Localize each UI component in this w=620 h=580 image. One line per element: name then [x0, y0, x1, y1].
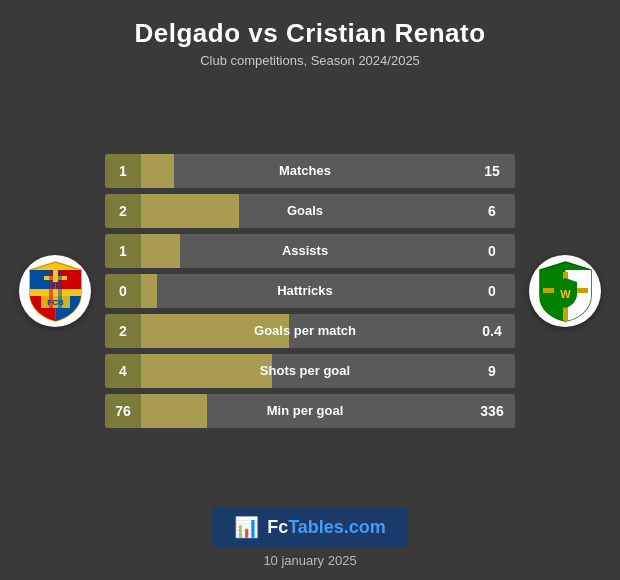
svg-text:W: W — [560, 288, 571, 300]
stat-label-min-per-goal: Min per goal — [141, 403, 469, 418]
page-title: Delgado vs Cristian Renato — [10, 18, 610, 49]
footer-date: 10 january 2025 — [263, 553, 356, 580]
stat-row-hattricks: 0 Hattricks 0 — [105, 274, 515, 308]
header: Delgado vs Cristian Renato Club competit… — [0, 0, 620, 76]
stat-bar-area-min-per-goal: Min per goal — [141, 394, 469, 428]
stat-row-assists: 1 Assists 0 — [105, 234, 515, 268]
stat-label-shots-per-goal: Shots per goal — [141, 363, 469, 378]
svg-rect-5 — [44, 276, 67, 280]
stat-label-matches: Matches — [141, 163, 469, 178]
stat-left-assists: 1 — [105, 234, 141, 268]
logo-right: W — [520, 255, 610, 327]
stat-right-hattricks: 0 — [469, 274, 515, 308]
stat-right-matches: 15 — [469, 154, 515, 188]
stat-left-min-per-goal: 76 — [105, 394, 141, 428]
stat-label-goals: Goals — [141, 203, 469, 218]
barcelona-logo: FCB — [19, 255, 91, 327]
main-section: FCB 1 Matches 15 2 Goals 6 1 — [0, 84, 620, 497]
stat-right-goals-per-match: 0.4 — [469, 314, 515, 348]
stats-container: 1 Matches 15 2 Goals 6 1 Assists 0 0 — [100, 154, 520, 428]
stat-bar-area-goals: Goals — [141, 194, 469, 228]
svg-rect-10 — [58, 270, 62, 320]
stat-right-assists: 0 — [469, 234, 515, 268]
stat-right-min-per-goal: 336 — [469, 394, 515, 428]
betis-logo: W — [529, 255, 601, 327]
logo-left: FCB — [10, 255, 100, 327]
stat-right-goals: 6 — [469, 194, 515, 228]
stat-left-goals: 2 — [105, 194, 141, 228]
stat-left-goals-per-match: 2 — [105, 314, 141, 348]
watermark-icon: 📊 — [234, 515, 259, 539]
watermark-area: 📊 FcTables.com — [0, 497, 620, 553]
stat-bar-area-goals-per-match: Goals per match — [141, 314, 469, 348]
stat-bar-area-shots-per-goal: Shots per goal — [141, 354, 469, 388]
svg-rect-8 — [30, 289, 81, 296]
stat-row-min-per-goal: 76 Min per goal 336 — [105, 394, 515, 428]
stat-label-assists: Assists — [141, 243, 469, 258]
subtitle: Club competitions, Season 2024/2025 — [10, 53, 610, 68]
stat-right-shots-per-goal: 9 — [469, 354, 515, 388]
stat-row-goals-per-match: 2 Goals per match 0.4 — [105, 314, 515, 348]
watermark-text: FcTables.com — [267, 517, 386, 538]
stat-row-matches: 1 Matches 15 — [105, 154, 515, 188]
stat-left-shots-per-goal: 4 — [105, 354, 141, 388]
stat-label-goals-per-match: Goals per match — [141, 323, 469, 338]
stat-left-matches: 1 — [105, 154, 141, 188]
stat-label-hattricks: Hattricks — [141, 283, 469, 298]
watermark-box: 📊 FcTables.com — [212, 507, 408, 547]
stat-bar-area-hattricks: Hattricks — [141, 274, 469, 308]
stat-bar-area-matches: Matches — [141, 154, 469, 188]
stat-row-goals: 2 Goals 6 — [105, 194, 515, 228]
stat-row-shots-per-goal: 4 Shots per goal 9 — [105, 354, 515, 388]
svg-rect-9 — [49, 270, 53, 320]
stat-bar-area-assists: Assists — [141, 234, 469, 268]
stat-left-hattricks: 0 — [105, 274, 141, 308]
